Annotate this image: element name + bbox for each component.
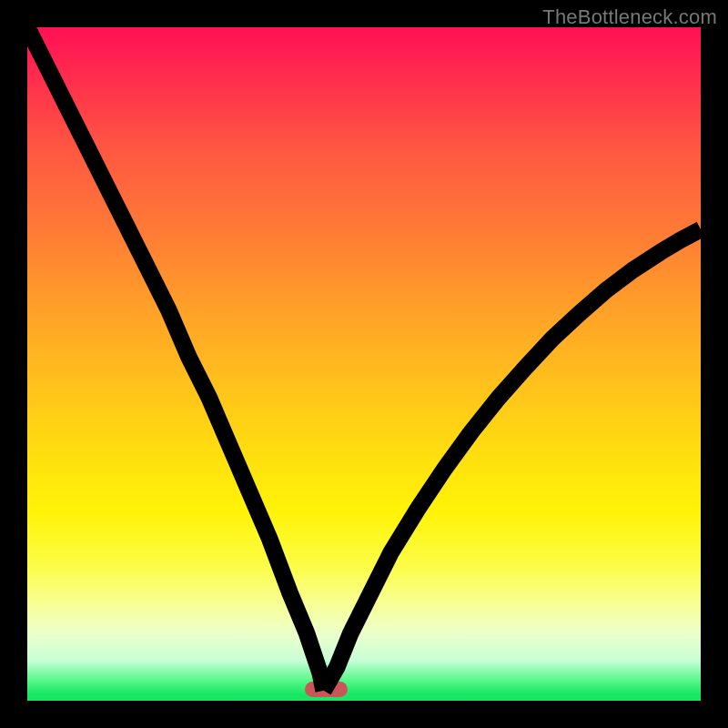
curve-right-branch — [324, 229, 701, 691]
curve-left-branch — [27, 27, 324, 691]
plot-area — [27, 27, 701, 701]
curve-layer — [27, 27, 701, 701]
chart-container: TheBottleneck.com — [0, 0, 728, 728]
watermark-text: TheBottleneck.com — [542, 5, 717, 29]
